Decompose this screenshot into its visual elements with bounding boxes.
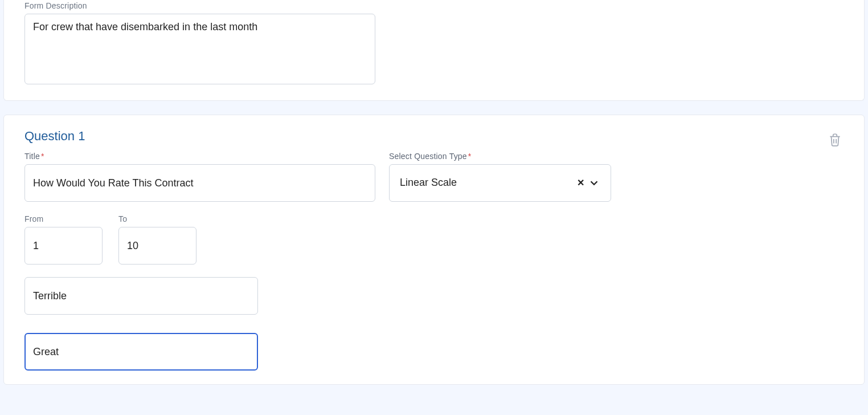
question-type-value: Linear Scale	[400, 176, 457, 190]
clear-select-icon[interactable]: ✕	[577, 177, 584, 189]
form-description-input[interactable]	[24, 14, 375, 84]
question-title-input[interactable]	[24, 164, 375, 202]
to-label: To	[118, 214, 196, 223]
title-label: Title*	[24, 152, 375, 161]
question-card: Question 1 Title* Select Question Type* …	[3, 115, 865, 385]
form-description-label: Form Description	[24, 1, 844, 10]
scale-low-label-input[interactable]	[24, 277, 258, 315]
delete-question-button[interactable]	[828, 132, 844, 148]
scale-from-input[interactable]	[24, 227, 103, 265]
required-asterisk: *	[41, 152, 44, 161]
title-label-text: Title	[24, 152, 40, 161]
question-type-label-text: Select Question Type	[389, 152, 467, 161]
question-heading: Question 1	[24, 129, 844, 144]
form-description-card: Form Description	[3, 0, 865, 101]
from-label: From	[24, 214, 103, 223]
trash-icon	[828, 132, 842, 147]
question-type-select[interactable]: Linear Scale ✕	[389, 164, 611, 202]
scale-high-label-input[interactable]	[24, 333, 258, 371]
required-asterisk: *	[468, 152, 472, 161]
chevron-down-icon	[588, 177, 600, 189]
scale-to-input[interactable]	[118, 227, 196, 265]
question-type-label: Select Question Type*	[389, 152, 611, 161]
